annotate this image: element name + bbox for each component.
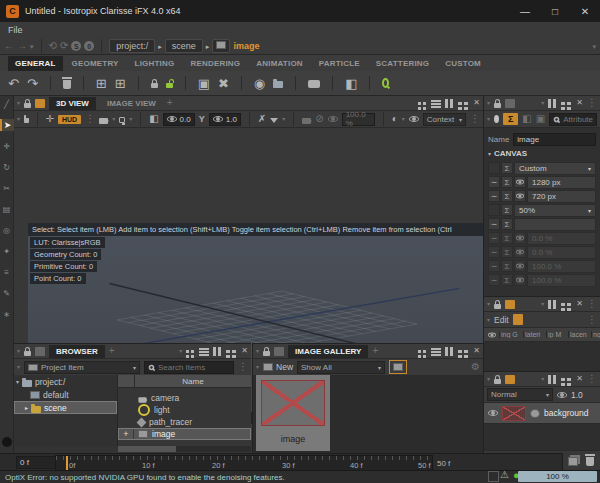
playhead[interactable] (66, 456, 68, 471)
breadcrumb-project[interactable]: project:/ (109, 39, 155, 53)
cube-icon[interactable]: ▣ (198, 77, 210, 90)
minimize-icon[interactable]: — (510, 6, 540, 17)
sigma-cell[interactable]: Σ (501, 176, 513, 188)
collapse-icon[interactable]: ▾ (256, 348, 259, 354)
layout-grid-icon[interactable] (561, 102, 565, 105)
render-tools-icon[interactable]: ✗ (258, 114, 266, 124)
layout-rows-icon[interactable] (199, 348, 209, 350)
tab-browser[interactable]: BROWSER (49, 345, 105, 358)
forward-icon[interactable]: → (17, 41, 27, 51)
panel-close-icon[interactable]: ✕ (241, 347, 248, 355)
curve-cell[interactable]: ∼ (488, 218, 500, 230)
tool-axis-icon[interactable]: ≡ (1, 266, 13, 278)
collapse-icon[interactable]: ▾ (487, 301, 490, 307)
tab-3d-view[interactable]: 3D VIEW (49, 97, 96, 110)
history-dropdown-icon[interactable]: ▾ (30, 43, 34, 50)
image-view-toggle[interactable] (389, 360, 407, 374)
layout-cols-icon[interactable] (548, 375, 551, 384)
toolbar-collapse-icon[interactable]: ▾ (487, 116, 490, 122)
sigma-cell[interactable]: Σ (501, 190, 513, 202)
exposure-icon[interactable]: ◧ (149, 114, 158, 124)
eye-cell[interactable] (514, 190, 526, 202)
layout-grid-icon[interactable] (458, 102, 462, 105)
curve-cell[interactable]: ∼ (488, 176, 500, 188)
height-field[interactable]: 720 px (527, 190, 596, 203)
reload-icon[interactable]: ⟲ (49, 41, 57, 51)
layout-quad-icon[interactable] (186, 350, 189, 353)
layout-cols-icon[interactable] (548, 99, 551, 108)
tool-edit-icon[interactable]: ✎ (1, 287, 13, 299)
timeline-end-field[interactable]: 50 f (437, 459, 450, 468)
tab-rendering[interactable]: RENDERING (183, 56, 247, 71)
close-icon[interactable]: ✕ (570, 6, 600, 17)
breadcrumb-scene[interactable]: scene (165, 39, 203, 53)
tree-item-scene[interactable]: ▸scene (14, 401, 117, 414)
show-filter-dropdown[interactable]: Show All▾ (297, 361, 385, 374)
panel-menu-icon[interactable]: ▾ (179, 348, 182, 354)
timeline-start-field[interactable]: 0 f (16, 456, 60, 469)
tool-translate-icon[interactable]: ✛ (1, 140, 13, 152)
warning-icon[interactable]: ⚠ (500, 470, 509, 480)
save-view-icon[interactable] (24, 115, 29, 123)
add-tab-icon[interactable]: + (109, 346, 115, 356)
menu-file[interactable]: File (0, 25, 31, 35)
column-shading-groups[interactable]: ing G (500, 331, 524, 338)
layout-rows-icon[interactable] (431, 100, 441, 102)
toolbar-more-icon[interactable]: ⋮ (470, 114, 480, 124)
render-camera-icon[interactable] (302, 118, 311, 124)
expand-plus-icon[interactable]: + (119, 429, 134, 439)
filter-dropdown-icon[interactable]: ▾ (282, 116, 285, 122)
hud-toggle[interactable]: HUD (58, 115, 81, 124)
panel-pin-icon[interactable] (505, 99, 515, 108)
tool-misc-icon[interactable]: ∗ (1, 308, 13, 320)
back-icon[interactable]: ← (4, 41, 14, 51)
link-out-icon[interactable]: ▣ (536, 114, 545, 124)
stub-field[interactable] (514, 218, 596, 231)
panel-lock-icon[interactable] (494, 379, 501, 384)
panel-lock-icon[interactable] (494, 304, 501, 309)
camera-select-icon[interactable] (99, 118, 108, 124)
panel-pin-icon[interactable] (35, 347, 45, 356)
column-displacement[interactable]: lacen (569, 331, 592, 338)
list-item-camera[interactable]: camera (118, 392, 251, 404)
tool-snap-icon[interactable]: ✦ (1, 245, 13, 257)
list-item-image[interactable]: + image (118, 428, 251, 440)
layout-grid-icon[interactable] (561, 303, 565, 306)
display-mode-icon[interactable] (119, 117, 125, 123)
explore-icon[interactable] (382, 78, 389, 88)
panel-more-icon[interactable]: ⋮ (587, 98, 597, 108)
layout-quad-icon[interactable] (418, 102, 421, 105)
tab-geometry[interactable]: GEOMETRY (65, 56, 126, 71)
delete-icon[interactable] (63, 80, 71, 89)
refresh-icon[interactable]: ⟳ (60, 41, 68, 51)
counter-badge[interactable]: 0 (84, 41, 94, 51)
toolbar-collapse-icon[interactable]: ▾ (17, 364, 20, 370)
tab-scattering[interactable]: SCATTERING (369, 56, 436, 71)
panel-menu-icon[interactable]: ▾ (541, 301, 544, 307)
log-icon[interactable] (488, 471, 499, 482)
delete-layer-icon[interactable] (586, 457, 594, 466)
row-more-icon[interactable]: ⋮ (587, 315, 597, 325)
add-tab-icon[interactable]: + (372, 346, 378, 356)
layout-rows-icon[interactable] (431, 348, 441, 350)
panel-pin-icon[interactable] (505, 375, 515, 384)
panel-pin-icon[interactable] (505, 300, 515, 309)
layer-visibility-icon[interactable] (488, 410, 498, 416)
new-item-icon[interactable]: ⊞ (96, 77, 107, 90)
layout-grid-icon[interactable] (458, 350, 462, 353)
navigate-icon[interactable]: ✛ (46, 114, 54, 124)
maximize-icon[interactable]: □ (540, 6, 570, 17)
panel-menu-icon[interactable]: ▾ (541, 100, 544, 106)
scale-dropdown[interactable]: 50%▾ (514, 204, 596, 217)
panel-close-icon[interactable]: ✕ (473, 347, 480, 355)
tree-item-default[interactable]: default (14, 388, 117, 401)
column-name[interactable]: Name (135, 377, 251, 386)
margin-field[interactable]: 0.0 % (527, 246, 596, 259)
layout-quad-icon[interactable] (418, 350, 421, 353)
context-dropdown[interactable]: Context▾ (423, 113, 466, 126)
tab-image-gallery[interactable]: IMAGE GALLERY (288, 345, 368, 358)
panel-menu-icon[interactable]: ▾ (541, 376, 544, 382)
nav-menu-icon[interactable]: ▾ (592, 43, 596, 50)
shading-sphere-icon[interactable]: ◐ (392, 114, 398, 124)
collapse-icon[interactable]: ▾ (487, 376, 490, 382)
